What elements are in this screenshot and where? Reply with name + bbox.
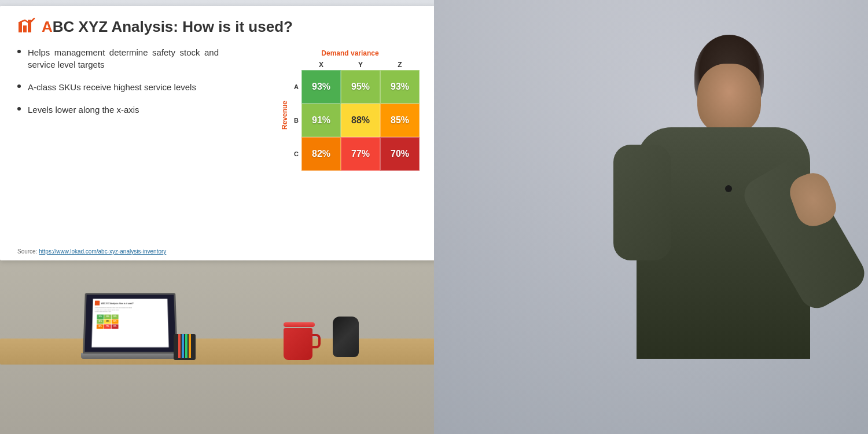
col-header-y: Y <box>341 60 380 70</box>
bullet-text-2: A-class SKUs receive highest service lev… <box>28 81 196 93</box>
mug-top <box>284 322 315 327</box>
cell-ay: 95% <box>341 70 380 104</box>
bullet-item-1: Helps management determine safety stock … <box>17 46 269 71</box>
pen-holder-body <box>174 334 196 360</box>
laptop-mini-text-1: • Helps management determine safety stoc… <box>95 307 166 308</box>
cell-cx: 82% <box>301 137 341 171</box>
laptop-mini-title: ABC XYZ Analysis: How is it used? <box>101 302 134 304</box>
bullet-dot-3 <box>17 107 21 111</box>
laptop-cell-ay: 95% <box>104 314 111 319</box>
pen-red <box>178 334 181 358</box>
bullet-dot-1 <box>17 50 21 53</box>
col-header-z: Z <box>380 60 420 70</box>
laptop-cell-cx: 82% <box>97 324 104 329</box>
laptop-cell-bx: 91% <box>97 319 104 324</box>
desk <box>0 339 440 365</box>
matrix-row-a: A 93% 95% 93% <box>291 70 420 104</box>
pen-blue <box>182 334 184 358</box>
slide-bullets-area: Helps management determine safety stock … <box>17 46 269 171</box>
col-header-x: X <box>301 60 341 70</box>
microphone-clip <box>725 185 732 192</box>
pen-green <box>185 334 187 358</box>
slide-panel: ABC XYZ Analysis: How is it used? Helps … <box>0 6 437 260</box>
laptop-cell-az: 93% <box>112 314 119 319</box>
bullet-item-3: Levels lower along the x-axis <box>17 104 269 116</box>
mug-handle <box>312 334 321 348</box>
coffee-mug <box>284 322 315 360</box>
matrix-inner: X Y Z A 93% 95% 93% <box>291 60 420 171</box>
row-label-b: B <box>291 117 301 124</box>
matrix-container: Demand variance Revenue X Y Z <box>281 49 420 171</box>
bullet-list: Helps management determine safety stock … <box>17 46 269 116</box>
person-face <box>697 64 761 133</box>
pen-orange <box>189 334 191 358</box>
laptop-mini-text-3: • Levels lower along the x-axis <box>94 311 165 313</box>
scene: ABC XYZ Analysis: How is it used? Helps … <box>0 0 868 434</box>
bullet-item-2: A-class SKUs receive highest service lev… <box>17 81 269 93</box>
laptop-cell-cy: 77% <box>104 324 111 329</box>
cell-cy: 77% <box>341 137 380 171</box>
slide-logo-icon <box>17 17 36 36</box>
row-label-a: A <box>291 83 301 90</box>
laptop-mini-text-2: • A-class SKUs receive highest service l… <box>95 309 166 311</box>
mug-body <box>284 328 312 360</box>
bullet-text-3: Levels lower along the x-axis <box>28 104 139 116</box>
source-label: Source: <box>17 248 37 255</box>
slide-content: Helps management determine safety stock … <box>17 46 420 171</box>
bullet-text-1: Helps management determine safety stock … <box>28 46 219 71</box>
revenue-label: Revenue <box>281 101 289 130</box>
laptop-screen: ABC XYZ Analysis: How is it used? • Help… <box>83 293 178 354</box>
cell-bz: 85% <box>380 104 420 137</box>
matrix-row-b: B 91% 88% 85% <box>291 104 420 137</box>
slide-source: Source: https://www.lokad.com/abc-xyz-an… <box>17 248 166 255</box>
laptop-screen-content: ABC XYZ Analysis: How is it used? • Help… <box>91 299 168 347</box>
svg-rect-1 <box>23 25 27 32</box>
bullet-dot-2 <box>17 84 21 88</box>
laptop-mini-logo <box>95 301 100 306</box>
slide-title: ABC XYZ Analysis: How is it used? <box>42 18 293 36</box>
source-link[interactable]: https://www.lokad.com/abc-xyz-analysis-i… <box>39 248 166 255</box>
matrix-header-row: X Y Z <box>301 60 420 70</box>
slide-header: ABC XYZ Analysis: How is it used? <box>17 17 420 36</box>
title-highlight: A <box>42 18 53 35</box>
laptop-base <box>81 353 179 359</box>
cell-by: 88% <box>341 104 380 137</box>
cell-bx: 91% <box>301 104 341 137</box>
laptop-cell-bz: 85% <box>112 319 119 324</box>
person-area <box>434 0 868 434</box>
svg-rect-0 <box>19 22 22 32</box>
cell-cz: 70% <box>380 137 420 171</box>
cell-ax: 93% <box>301 70 341 104</box>
vertical-mouse <box>333 317 359 357</box>
row-label-c: C <box>291 150 301 157</box>
laptop-cell-cz: 70% <box>112 324 119 329</box>
matrix-wrapper: Revenue X Y Z A 93% <box>281 60 420 171</box>
abc-xyz-matrix: Demand variance Revenue X Y Z <box>281 46 420 171</box>
cell-az: 93% <box>380 70 420 104</box>
laptop-cell-by: 88% <box>104 319 111 324</box>
laptop-cell-ax: 93% <box>97 314 104 319</box>
laptop-mini-matrix: 93% 91% 82% 95% 88% 77% 93% 85% 70% <box>97 314 166 329</box>
demand-variance-label: Demand variance <box>281 49 420 57</box>
mouse-body <box>333 317 359 357</box>
matrix-row-c: C 82% 77% 70% <box>291 137 420 171</box>
pen-holder <box>174 334 197 360</box>
person-photo-background <box>434 0 868 434</box>
person-arm-left <box>613 145 671 260</box>
